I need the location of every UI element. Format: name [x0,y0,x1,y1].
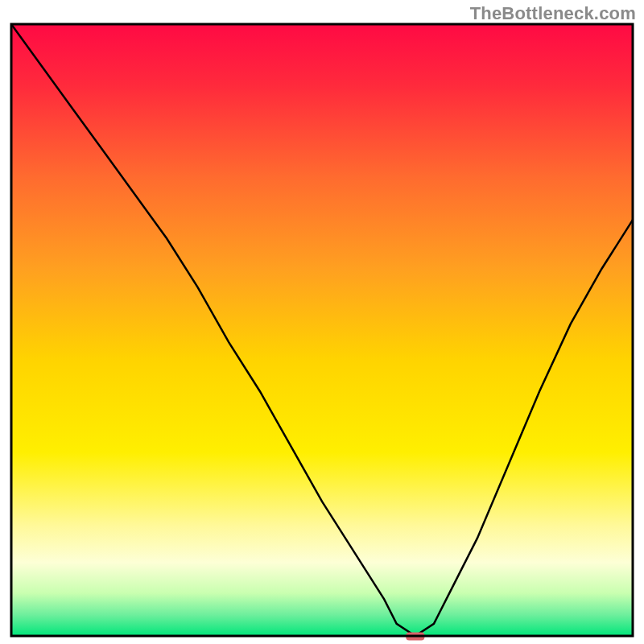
plot-background [11,24,633,636]
chart-svg [0,0,644,644]
watermark-text: TheBottleneck.com [470,3,636,24]
bottleneck-chart: TheBottleneck.com [0,0,644,644]
